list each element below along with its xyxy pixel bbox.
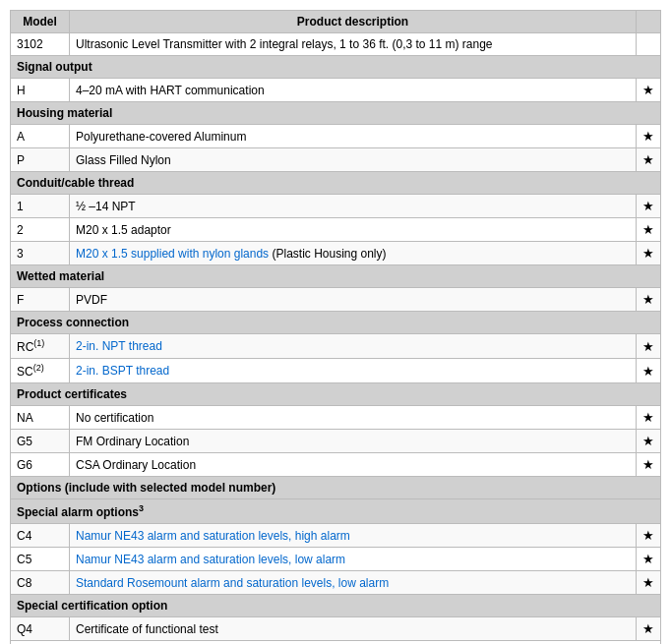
section-label: Process connection: [11, 312, 661, 334]
model-cell: 1: [11, 195, 70, 218]
model-cell: NA: [11, 406, 70, 430]
section-row: Options (include with selected model num…: [11, 477, 661, 499]
desc-cell: Ultrasonic Level Transmitter with 2 inte…: [70, 33, 637, 56]
desc-cell: 2-in. BSPT thread: [70, 359, 637, 383]
star-icon: ★: [642, 339, 654, 354]
desc-cell: M20 x 1.5 adaptor: [70, 218, 637, 242]
section-row: Housing material: [11, 102, 661, 125]
model-cell: F: [11, 288, 70, 312]
table-row: Q4Certificate of functional test★: [11, 617, 661, 641]
table-row: G6CSA Ordinary Location★: [11, 453, 661, 477]
star-cell: ★: [637, 195, 661, 218]
model-cell: G6: [11, 453, 70, 477]
header-model: Model: [11, 11, 70, 33]
table-row: C8Standard Rosemount alarm and saturatio…: [11, 571, 661, 595]
star-icon: ★: [642, 83, 654, 97]
star-cell: ★: [637, 288, 661, 312]
table-row: C5Namur NE43 alarm and saturation levels…: [11, 548, 661, 571]
section-row: Special certification option: [11, 595, 661, 617]
table-row: NANo certification★: [11, 406, 661, 430]
star-icon: ★: [642, 222, 654, 237]
desc-cell: 2-in. NPT thread: [70, 334, 637, 359]
table-row: 3102Ultrasonic Level Transmitter with 2 …: [11, 33, 661, 56]
star-cell: ★: [637, 524, 661, 548]
desc-cell: FM Ordinary Location: [70, 430, 637, 453]
model-cell: 2: [11, 218, 70, 242]
product-table: Model Product description 3102Ultrasonic…: [10, 10, 661, 644]
star-icon: ★: [642, 199, 654, 213]
star-cell: ★: [637, 218, 661, 242]
section-label: Housing material: [11, 102, 661, 125]
table-row: PGlass Filled Nylon★: [11, 148, 661, 172]
model-cell: P: [11, 148, 70, 172]
section-label: Special alarm options3: [11, 499, 661, 524]
star-icon: ★: [642, 621, 654, 636]
star-cell: ★: [637, 617, 661, 641]
section-row: Signal output: [11, 56, 661, 79]
table-row: SC(2)2-in. BSPT thread★: [11, 359, 661, 383]
table-header-row: Model Product description: [11, 11, 661, 33]
star-icon: ★: [642, 552, 654, 566]
star-icon: ★: [642, 152, 654, 167]
table-row: 3M20 x 1.5 supplied with nylon glands (P…: [11, 242, 661, 265]
model-cell: SC(2): [11, 359, 70, 383]
desc-cell: M20 x 1.5 supplied with nylon glands (Pl…: [70, 242, 637, 265]
star-cell: ★: [637, 125, 661, 148]
star-cell: ★: [637, 79, 661, 102]
desc-cell: 4–20 mA with HART communication: [70, 79, 637, 102]
star-cell: ★: [637, 453, 661, 477]
section-label: Wetted material: [11, 265, 661, 288]
desc-cell: ½ –14 NPT: [70, 195, 637, 218]
section-label: Product certificates: [11, 383, 661, 406]
table-row: C4Namur NE43 alarm and saturation levels…: [11, 524, 661, 548]
header-desc: Product description: [70, 11, 637, 33]
model-cell: A: [11, 125, 70, 148]
desc-cell: Namur NE43 alarm and saturation levels, …: [70, 548, 637, 571]
star-cell: ★: [637, 359, 661, 383]
section-label: Options (include with selected model num…: [11, 477, 661, 499]
star-cell: ★: [637, 406, 661, 430]
desc-cell: Standard Rosemount alarm and saturation …: [70, 571, 637, 595]
star-icon: ★: [642, 457, 654, 472]
star-cell: ★: [637, 548, 661, 571]
star-cell: [637, 33, 661, 56]
star-icon: ★: [642, 246, 654, 261]
section-row: Process connection: [11, 312, 661, 334]
table-row: RC(1)2-in. NPT thread★: [11, 334, 661, 359]
model-cell: C4: [11, 524, 70, 548]
star-icon: ★: [642, 292, 654, 307]
table-row: APolyurethane-covered Aluminum★: [11, 125, 661, 148]
star-icon: ★: [642, 410, 654, 425]
typical-model-cell: Typical model number: 3102 H A 1 F RC G5…: [11, 641, 661, 645]
star-cell: ★: [637, 430, 661, 453]
header-star: [637, 11, 661, 33]
model-cell: RC(1): [11, 334, 70, 359]
model-cell: C5: [11, 548, 70, 571]
table-row: 2M20 x 1.5 adaptor★: [11, 218, 661, 242]
desc-cell: Certificate of functional test: [70, 617, 637, 641]
section-label: Conduit/cable thread: [11, 172, 661, 195]
star-icon: ★: [642, 364, 654, 379]
section-row: Special alarm options3: [11, 499, 661, 524]
star-cell: ★: [637, 334, 661, 359]
section-row: Product certificates: [11, 383, 661, 406]
table-row: FPVDF★: [11, 288, 661, 312]
desc-cell: Glass Filled Nylon: [70, 148, 637, 172]
table-row: G5FM Ordinary Location★: [11, 430, 661, 453]
model-cell: H: [11, 79, 70, 102]
model-cell: C8: [11, 571, 70, 595]
table-row: H4–20 mA with HART communication★: [11, 79, 661, 102]
star-cell: ★: [637, 242, 661, 265]
desc-cell: Namur NE43 alarm and saturation levels, …: [70, 524, 637, 548]
section-label: Special certification option: [11, 595, 661, 617]
star-icon: ★: [642, 575, 654, 590]
section-label: Signal output: [11, 56, 661, 79]
model-cell: 3: [11, 242, 70, 265]
model-cell: 3102: [11, 33, 70, 56]
section-row: Wetted material: [11, 265, 661, 288]
desc-cell: CSA Ordinary Location: [70, 453, 637, 477]
star-icon: ★: [642, 129, 654, 144]
typical-model-row: Typical model number: 3102 H A 1 F RC G5…: [11, 641, 661, 645]
desc-cell: No certification: [70, 406, 637, 430]
desc-cell: PVDF: [70, 288, 637, 312]
